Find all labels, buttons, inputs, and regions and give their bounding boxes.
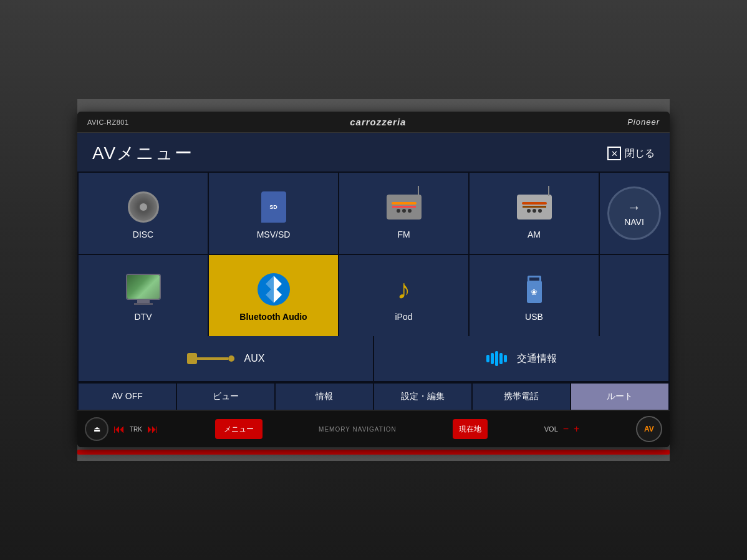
- outer-dash: AVIC-RZ801 carrozzeria Pioneer AVメニュー ✕ …: [77, 99, 670, 461]
- nav-btn-phone[interactable]: 携帯電話: [473, 384, 570, 410]
- nav-btn-av-off[interactable]: AV OFF: [79, 384, 176, 410]
- menu-item-msv-sd[interactable]: SD MSV/SD: [209, 173, 338, 254]
- usb-label: USB: [525, 312, 543, 322]
- dashboard: AVIC-RZ801 carrozzeria Pioneer AVメニュー ✕ …: [0, 0, 747, 560]
- screen: AVメニュー ✕ 閉じる DISC: [77, 133, 670, 410]
- next-button[interactable]: ⏭: [147, 423, 158, 436]
- navi-button[interactable]: → NAVI: [600, 173, 668, 254]
- vol-minus-button[interactable]: −: [563, 423, 569, 435]
- music-note-icon: ♪: [387, 272, 422, 307]
- trk-label: TRK: [130, 426, 142, 433]
- screen-title: AVメニュー: [92, 142, 193, 165]
- am-label: AM: [528, 229, 541, 239]
- current-location-button[interactable]: 現在地: [453, 419, 488, 439]
- bottom-row: AUX 交通情報: [77, 336, 670, 382]
- nav-btn-info[interactable]: 情報: [276, 384, 373, 410]
- bluetooth-label: Bluetooth Audio: [239, 312, 307, 322]
- menu-button[interactable]: メニュー: [215, 419, 263, 439]
- nav-btn-view[interactable]: ビュー: [177, 384, 274, 410]
- brand-bar: AVIC-RZ801 carrozzeria Pioneer: [77, 112, 670, 133]
- menu-item-am[interactable]: AM: [470, 173, 599, 254]
- tv-icon: [126, 272, 161, 307]
- vol-label: VOL: [544, 425, 558, 433]
- vol-plus-button[interactable]: +: [574, 423, 579, 435]
- menu-item-disc[interactable]: DISC: [79, 173, 208, 254]
- bottom-strip: [77, 450, 670, 455]
- eject-button[interactable]: ⏏: [85, 417, 108, 441]
- volume-controls: VOL − +: [544, 423, 580, 435]
- disc-icon: [126, 190, 161, 224]
- navi-arrow-icon: →: [627, 200, 641, 216]
- menu-item-bluetooth[interactable]: Bluetooth Audio: [209, 255, 338, 336]
- nav-btn-route[interactable]: ルート: [571, 384, 668, 410]
- controls-bar: ⏏ ⏮ TRK ⏭ メニュー MEMORY NAVIGATION 現在地 VOL…: [77, 410, 670, 447]
- navi-circle: → NAVI: [607, 186, 661, 240]
- menu-btn-wrap: メニュー: [215, 419, 263, 439]
- screen-header: AVメニュー ✕ 閉じる: [77, 133, 670, 171]
- sd-icon: SD: [256, 190, 291, 224]
- prev-button[interactable]: ⏮: [113, 423, 125, 436]
- dtv-label: DTV: [135, 312, 152, 322]
- aux-plug-icon: [187, 353, 234, 364]
- pioneer-brand: Pioneer: [627, 117, 660, 127]
- msv-sd-label: MSV/SD: [257, 229, 291, 239]
- close-button[interactable]: ✕ 閉じる: [607, 147, 655, 160]
- menu-item-fm[interactable]: FM: [339, 173, 468, 254]
- nav-buttons: AV OFF ビュー 情報 設定・編集 携帯電話 ルート: [77, 382, 670, 410]
- aux-label: AUX: [244, 353, 265, 364]
- close-label: 閉じる: [625, 147, 655, 160]
- model-number: AVIC-RZ801: [87, 118, 129, 126]
- traffic-button[interactable]: 交通情報: [374, 336, 668, 381]
- x-icon: ✕: [607, 147, 621, 160]
- ipod-label: iPod: [395, 312, 412, 322]
- memory-nav-label: MEMORY NAVIGATION: [319, 426, 397, 433]
- nav-btn-settings[interactable]: 設定・編集: [374, 384, 471, 410]
- head-unit: AVIC-RZ801 carrozzeria Pioneer AVメニュー ✕ …: [77, 112, 670, 447]
- usb-icon: ❀: [517, 272, 552, 307]
- aux-button[interactable]: AUX: [79, 336, 373, 381]
- disc-label: DISC: [133, 229, 153, 239]
- menu-item-ipod[interactable]: ♪ iPod: [339, 255, 468, 336]
- menu-item-usb[interactable]: ❀ USB: [470, 255, 599, 336]
- traffic-wave-icon: [486, 351, 507, 366]
- av-button[interactable]: AV: [636, 416, 662, 442]
- am-radio-icon: [517, 190, 552, 224]
- navi-text: NAVI: [624, 217, 644, 227]
- traffic-label: 交通情報: [517, 352, 557, 365]
- bluetooth-icon: [256, 272, 291, 307]
- fm-label: FM: [397, 229, 410, 239]
- brand-name: carrozzeria: [350, 117, 406, 127]
- playback-controls: ⏏ ⏮ TRK ⏭: [85, 417, 158, 441]
- fm-radio-icon: [387, 190, 422, 224]
- menu-item-dtv[interactable]: DTV: [79, 255, 208, 336]
